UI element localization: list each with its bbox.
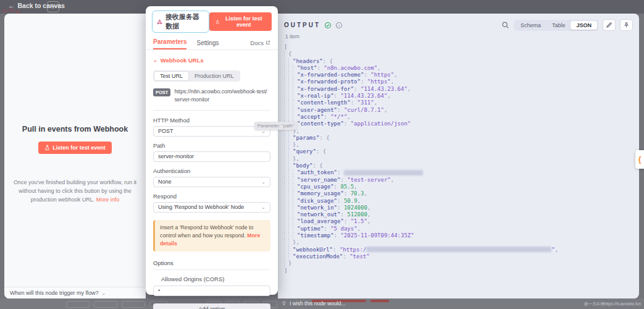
input-panel-hint: Once you've finished building your workf… xyxy=(12,179,138,205)
json-viewer: [{"headers": {"host": "n8n.acowbo.com","… xyxy=(278,44,639,274)
output-title: OUTPUT xyxy=(284,22,320,28)
redacted-value xyxy=(366,247,551,252)
json-line: { xyxy=(284,51,639,57)
method-badge: POST xyxy=(153,88,170,96)
json-line: }, xyxy=(284,156,639,163)
url-toggle: Test URL Production URL xyxy=(153,70,240,82)
json-line: "auth_token": xyxy=(284,169,639,176)
test-url-button[interactable]: Test URL xyxy=(154,71,189,81)
json-line: }, xyxy=(284,128,639,135)
canvas-control-ghost xyxy=(122,301,145,308)
json-line: ] xyxy=(284,268,639,274)
divider xyxy=(153,269,270,270)
pencil-icon xyxy=(606,22,613,28)
flask-icon xyxy=(44,145,50,151)
json-line: "uptime": "5 days", xyxy=(284,226,639,232)
pin-data-button[interactable] xyxy=(620,19,633,31)
webhook-url-text: https://n8n.acowbo.com/webhook-test/serv… xyxy=(174,88,268,104)
success-check-icon xyxy=(324,22,332,29)
info-icon[interactable] xyxy=(335,22,343,29)
node-feedback-link[interactable]: I wish this node would... xyxy=(282,300,345,307)
json-line: "load_average": "1.5", xyxy=(284,218,639,225)
json-line: "host": "n8n.acowbo.com", xyxy=(284,65,639,72)
expression-flyout-tab[interactable]: { xyxy=(635,150,644,169)
node-settings-panel: 接收服务器数据 Listen for test event Parameters… xyxy=(146,6,278,295)
json-line: [ xyxy=(284,44,639,51)
json-line: "executionMode": "test" xyxy=(284,253,639,260)
authentication-label: Authentication xyxy=(153,167,270,174)
more-info-link[interactable]: More info xyxy=(96,197,120,203)
json-line: "content-length": "311", xyxy=(284,99,639,106)
respond-callout: Insert a 'Respond to Webhook' node to co… xyxy=(153,220,270,252)
json-line: "query": { xyxy=(284,148,639,155)
authentication-value: None xyxy=(158,179,172,185)
listen-button-label: Listen for test event xyxy=(52,145,106,151)
respond-label: Respond xyxy=(153,193,270,200)
path-label: Path xyxy=(153,142,270,149)
docs-label: Docs xyxy=(250,40,264,46)
canvas-topbar: ← Back to canvas + xyxy=(0,0,644,14)
listen-for-test-event-button[interactable]: Listen for test event xyxy=(38,142,112,154)
webhook-icon xyxy=(157,19,162,25)
json-line: "x-forwarded-scheme": "https", xyxy=(284,72,639,78)
node-title-box[interactable]: 接收服务器数据 xyxy=(152,11,209,33)
json-line: } xyxy=(284,260,639,267)
json-line: "cpu_usage": 85.5, xyxy=(284,184,639,190)
json-line: "webhookUrl": "https:/", xyxy=(284,247,639,253)
allowed-origins-input[interactable] xyxy=(153,286,270,296)
tab-settings[interactable]: Settings xyxy=(196,40,219,46)
search-icon[interactable] xyxy=(501,21,509,29)
listen-for-test-event-button-header[interactable]: Listen for test event xyxy=(209,12,272,31)
listen-button-label: Listen for test event xyxy=(222,15,266,28)
edit-output-button[interactable] xyxy=(603,19,616,31)
production-url-button[interactable]: Production URL xyxy=(189,71,240,81)
add-option-button[interactable]: Add option ⌄ xyxy=(153,303,270,309)
view-table-button[interactable]: Table xyxy=(546,21,571,30)
respond-value: Using 'Respond to Webhook' Node xyxy=(158,204,244,210)
options-section-label: Options xyxy=(153,260,270,266)
json-line: "memory_usage": 70.3, xyxy=(284,190,639,197)
webhook-urls-section-toggle[interactable]: ⌄ Webhook URLs xyxy=(153,57,270,64)
pin-icon xyxy=(623,22,630,28)
json-line: "x-forwarded-for": "114.43.23.64", xyxy=(284,86,639,93)
tab-parameters[interactable]: Parameters xyxy=(153,36,186,49)
flask-icon xyxy=(215,19,220,25)
authentication-select[interactable]: None ⌄ xyxy=(153,177,270,187)
chevron-down-icon: ⌄ xyxy=(261,179,266,185)
new-tab-button[interactable]: + xyxy=(47,1,59,12)
canvas-bottombar: I wish this node would... @一凡牛博https://h… xyxy=(0,298,644,309)
json-line: "x-forwarded-proto": "https", xyxy=(284,78,639,85)
json-line: "headers": { xyxy=(284,58,639,65)
allowed-origins-label: Allowed Origins (CORS) xyxy=(153,276,270,282)
view-json-button[interactable]: JSON xyxy=(571,21,597,30)
items-count-label: 1 item xyxy=(285,33,639,40)
path-parameter-tooltip: Parameter: "path" xyxy=(254,122,297,130)
canvas-control-ghost xyxy=(66,301,90,308)
json-line: "x-real-ip": "114.43.23.64", xyxy=(284,93,639,99)
respond-select[interactable]: Using 'Respond to Webhook' Node ⌄ xyxy=(153,202,270,213)
path-input[interactable] xyxy=(153,151,270,162)
webhook-urls-label: Webhook URLs xyxy=(161,57,204,64)
json-line: "timestamp": "2025-11-09T09:44:35Z" xyxy=(284,232,639,239)
json-line: "network_in": 1024000, xyxy=(284,205,639,211)
wish-label: I wish this node would... xyxy=(290,300,345,307)
docs-link[interactable]: Docs xyxy=(250,40,270,46)
json-line: "content-type": "application/json" xyxy=(284,121,639,127)
redacted-value xyxy=(344,170,423,176)
divider xyxy=(153,110,270,111)
view-schema-button[interactable]: Schema xyxy=(515,21,546,30)
external-link-icon xyxy=(266,40,270,45)
node-title: 接收服务器数据 xyxy=(165,12,204,31)
json-line: "params": { xyxy=(284,135,639,142)
http-method-value: POST xyxy=(158,128,174,134)
watermark-text: @一凡牛博https://hi.acowbo.fun xyxy=(584,302,641,307)
input-panel-heading: Pull in events from Webhook xyxy=(12,125,138,133)
trigger-info-footer[interactable]: When will this node trigger my flow? ⌄ xyxy=(4,287,146,298)
add-option-label: Add option xyxy=(198,306,225,309)
webhook-url-row[interactable]: POST https://n8n.acowbo.com/webhook-test… xyxy=(153,88,270,104)
dimmed-red-bar xyxy=(370,300,389,302)
output-panel: OUTPUT Schema Table JSON xyxy=(278,14,639,298)
json-line: "user-agent": "curl/8.7.1", xyxy=(284,107,639,114)
http-method-select[interactable]: POST ⌄ xyxy=(153,126,270,137)
json-line: }, xyxy=(284,239,639,246)
